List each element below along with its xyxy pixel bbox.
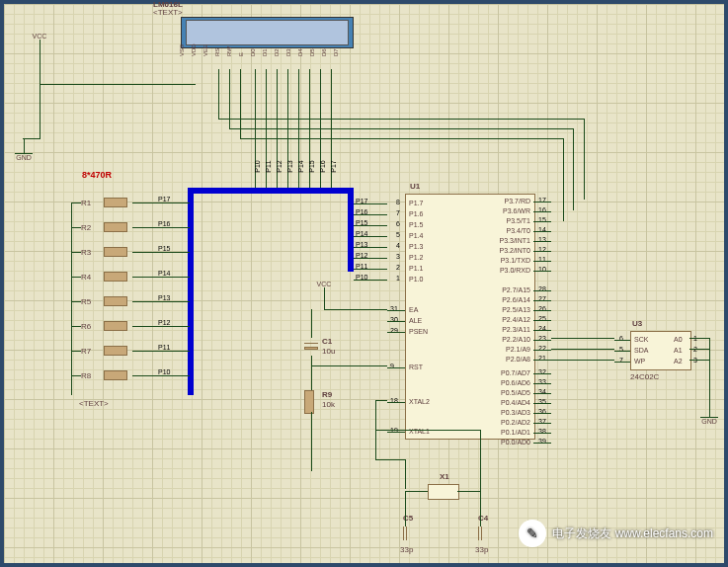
resistor-r8[interactable]: R8: [81, 370, 132, 380]
wire: [387, 332, 405, 333]
resistor-r7[interactable]: R7: [81, 346, 132, 356]
r9-resistor[interactable]: [304, 390, 314, 414]
net-label: P16: [356, 208, 367, 215]
resistor-r4[interactable]: R4: [81, 272, 132, 282]
wire: [533, 271, 551, 272]
c1-value: 10u: [322, 347, 335, 356]
wire: [218, 119, 584, 120]
wire: [132, 375, 190, 376]
u1-pin-name: P1.7: [409, 200, 423, 206]
wire: [573, 128, 574, 210]
net-label: P11: [158, 344, 170, 351]
wire: [229, 128, 573, 129]
wire: [563, 138, 564, 221]
u3-pin-name: WP: [634, 358, 645, 364]
u1-pin-name: P3.7/RD: [489, 198, 530, 204]
wire: [551, 338, 614, 339]
u3-pin-name: SCK: [634, 336, 648, 343]
net-label: P10: [158, 368, 170, 375]
u1-pin-name: P3.6/WR: [489, 207, 530, 214]
wire: [533, 261, 551, 262]
net-label: P11: [265, 160, 272, 172]
resistor-r1[interactable]: R1: [81, 198, 132, 207]
wire: [71, 375, 81, 376]
wire: [385, 430, 480, 431]
u1-pin-name: P0.0/AD0: [489, 439, 530, 446]
wire: [551, 360, 614, 361]
wire: [689, 349, 709, 350]
resistor-r6[interactable]: R6: [81, 321, 132, 331]
u1-pin-name: P1.2: [409, 254, 423, 261]
u1-pin-name: P2.3/A11: [489, 326, 530, 333]
gnd-terminal-left: GND: [14, 138, 34, 161]
wire: [132, 277, 190, 278]
x1-crystal[interactable]: [428, 484, 459, 500]
net-label: P11: [356, 263, 367, 270]
wire: [405, 459, 406, 489]
wire: [533, 433, 551, 434]
lcd-screen: [186, 20, 349, 45]
u1-pin-num: 7: [396, 209, 400, 216]
wire: [533, 330, 551, 331]
u1-pin-name: P0.3/AD3: [489, 409, 530, 416]
text-label: <TEXT>: [79, 399, 109, 408]
wire: [533, 350, 551, 351]
net-label: P15: [158, 245, 170, 252]
lcd-pin-label: D3: [285, 48, 291, 56]
wire: [584, 119, 585, 200]
u1-pin-name: P0.1/AD1: [489, 429, 530, 436]
wire: [311, 356, 312, 365]
wire: [457, 491, 480, 492]
u1-pin-name: P2.6/A14: [489, 296, 530, 303]
wire: [533, 241, 551, 242]
wire: [533, 443, 551, 444]
wire: [71, 326, 81, 327]
c4-capacitor[interactable]: [475, 526, 485, 540]
u1-pin-name: P2.1/A9: [489, 346, 530, 353]
wire: [387, 432, 405, 433]
wire: [405, 491, 428, 492]
wire: [551, 349, 614, 350]
c1-capacitor[interactable]: [304, 338, 318, 356]
wire: [71, 351, 81, 352]
wire: [132, 351, 190, 352]
u1-pin-name: P2.5/A13: [489, 306, 530, 313]
c5-capacitor[interactable]: [400, 526, 410, 540]
lcd-pin-label: E: [238, 48, 244, 56]
wire: [533, 383, 551, 384]
u1-pin-name: P0.4/AD4: [489, 399, 530, 406]
u1-pin-name: P2.4/A12: [489, 316, 530, 323]
u1-pin-name: P1.6: [409, 210, 423, 217]
u1-pin-name: P1.1: [409, 265, 423, 272]
u1-pin-name: P3.3/INT1: [489, 237, 530, 244]
wire: [533, 413, 551, 414]
wire: [132, 252, 190, 253]
lcd-pin-label: D6: [321, 48, 327, 56]
wire: [387, 321, 405, 322]
u3-part: 24C02C: [630, 372, 659, 381]
lcd-pin-label: D2: [274, 48, 280, 56]
u1-pin-num: 3: [396, 253, 400, 260]
u1-pin-name: P1.4: [409, 232, 423, 239]
resistor-r2[interactable]: R2: [81, 222, 132, 232]
wire: [533, 393, 551, 394]
wire: [132, 301, 190, 302]
net-label: P13: [158, 294, 170, 301]
wire: [23, 138, 40, 139]
u1-pin-name: EA: [409, 306, 418, 313]
wire: [311, 309, 312, 338]
u1-pin-name: P1.3: [409, 243, 423, 250]
wire: [40, 84, 196, 85]
wire: [387, 367, 405, 368]
wire: [533, 360, 551, 361]
wire: [71, 202, 72, 395]
wire: [533, 403, 551, 404]
resistor-r5[interactable]: R5: [81, 296, 132, 306]
bus-segment: [188, 188, 354, 194]
net-label: P16: [158, 220, 170, 227]
u1-pin-num: 5: [396, 231, 400, 238]
wire: [132, 202, 190, 203]
resistor-r3[interactable]: R3: [81, 247, 132, 257]
u3-pin-name: SDA: [634, 347, 648, 354]
net-label: P16: [319, 160, 326, 172]
